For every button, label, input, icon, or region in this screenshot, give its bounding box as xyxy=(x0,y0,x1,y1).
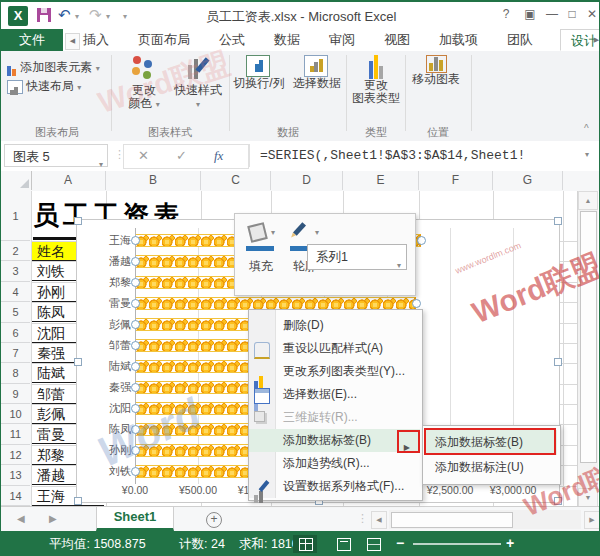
change-chart-type-button[interactable]: 更改 图表类型 xyxy=(349,55,403,105)
chart-frame-handle-icon[interactable] xyxy=(554,217,562,225)
chart-category-label[interactable]: 邹蕾 xyxy=(93,338,131,353)
column-header-D[interactable]: D xyxy=(271,171,343,190)
submenu-item[interactable]: 添加数据标注(U) xyxy=(425,455,557,480)
chart-bar[interactable] xyxy=(136,360,259,373)
chart-category-label[interactable]: 陈凤 xyxy=(93,422,131,437)
row-header-4[interactable]: 4 xyxy=(1,282,30,302)
column-header-G[interactable]: G xyxy=(493,171,563,190)
series-handle-icon[interactable] xyxy=(131,362,140,371)
chart-axis-tick-label[interactable]: ¥0.00 xyxy=(105,484,165,496)
series-handle-icon[interactable] xyxy=(131,236,140,245)
chart-axis-tick-label[interactable]: ¥500.00 xyxy=(168,484,228,496)
menu-item[interactable]: 删除(D) xyxy=(249,314,420,337)
enter-icon[interactable]: ✓ xyxy=(176,148,187,163)
scroll-up-icon[interactable]: ▲ xyxy=(578,191,598,210)
switch-row-column-button[interactable]: 切换行/列 xyxy=(232,55,286,90)
scroll-down-icon[interactable]: ▼ xyxy=(578,488,598,507)
chart-category-label[interactable]: 刘铁 xyxy=(93,464,131,479)
cancel-icon[interactable]: ✕ xyxy=(138,148,149,163)
minimize-button[interactable]: — xyxy=(542,7,562,21)
undo-dropdown-icon[interactable]: ▾ xyxy=(75,12,79,21)
row-header-5[interactable]: 5 xyxy=(1,302,30,322)
row-header-9[interactable]: 9 xyxy=(1,384,30,404)
menu-item[interactable]: 添加趋势线(R)... xyxy=(249,452,420,475)
qat-customize-icon[interactable]: ▾ xyxy=(123,12,127,21)
zoom-in-icon[interactable]: + xyxy=(506,535,514,551)
column-header-A[interactable]: A xyxy=(31,171,106,190)
column-header-C[interactable]: C xyxy=(201,171,271,190)
formula-input[interactable]: =SERIES(,Sheet1!$A$3:$A$14,Sheet1! xyxy=(249,144,590,167)
dropdown-icon[interactable]: ▾ xyxy=(397,254,401,278)
row-header-10[interactable]: 10 xyxy=(1,404,30,424)
close-button[interactable]: ✕ xyxy=(582,7,600,21)
column-header-E[interactable]: E xyxy=(343,171,419,190)
fill-button[interactable]: ▾ 填充 xyxy=(241,220,281,284)
view-page-break-button[interactable] xyxy=(361,535,385,553)
row-header-12[interactable]: 12 xyxy=(1,445,30,465)
column-header-F[interactable]: F xyxy=(419,171,493,190)
sheet-prev-icon[interactable]: ◀ xyxy=(17,513,25,524)
row-header-8[interactable]: 8 xyxy=(1,363,30,383)
vertical-scrollbar[interactable]: ▲ ▼ xyxy=(577,191,598,506)
row-header-3[interactable]: 3 xyxy=(1,261,30,281)
add-chart-element-button[interactable]: 添加图表元素 ▾ xyxy=(7,59,100,76)
chart-category-label[interactable]: 郑黎 xyxy=(93,275,131,290)
vertical-scroll-thumb[interactable] xyxy=(580,211,597,463)
series-handle-icon[interactable] xyxy=(131,404,140,413)
change-colors-button[interactable]: 更改 颜色 ▾ xyxy=(117,55,171,111)
series-handle-icon[interactable] xyxy=(131,425,140,434)
chart-frame-handle-icon[interactable] xyxy=(554,497,562,505)
menu-item[interactable]: 添加数据标签(B)▶ xyxy=(249,429,420,452)
chart-axis-tick-label[interactable]: ¥2,500.00 xyxy=(420,484,480,496)
series-handle-icon[interactable] xyxy=(131,278,140,287)
menu-item[interactable]: 重设以匹配样式(A) xyxy=(249,337,420,360)
tab-审阅[interactable]: 审阅 xyxy=(327,29,357,51)
hscroll-left-icon[interactable]: ◀ xyxy=(371,511,387,529)
series-handle-icon[interactable] xyxy=(417,236,426,245)
series-handle-icon[interactable] xyxy=(131,257,140,266)
redo-dropdown-icon[interactable]: ▾ xyxy=(106,12,110,21)
horizontal-scrollbar[interactable] xyxy=(389,510,581,529)
menu-item[interactable]: 三维旋转(R)... xyxy=(249,406,420,429)
series-handle-icon[interactable] xyxy=(131,341,140,350)
sheet-tab-sheet1[interactable]: Sheet1 xyxy=(96,507,174,531)
tab-视图[interactable]: 视图 xyxy=(382,29,412,51)
name-box[interactable]: 图表 5▾ xyxy=(4,144,108,167)
tab-团队[interactable]: 团队 xyxy=(505,29,535,51)
ribbon-display-button[interactable]: ▣ xyxy=(520,7,540,21)
row-header-1[interactable]: 1 xyxy=(1,191,30,241)
row-header-11[interactable]: 11 xyxy=(1,424,30,444)
chart-axis-tick-label[interactable]: ¥3,000.00 xyxy=(483,484,543,496)
tab-splitter[interactable]: ⋮ xyxy=(357,512,368,525)
help-button[interactable]: ? xyxy=(496,7,516,21)
column-header-B[interactable]: B xyxy=(106,171,201,190)
menu-item[interactable]: 更改系列图表类型(Y)... xyxy=(249,360,420,383)
row-header-2[interactable]: 2 xyxy=(1,241,30,261)
series-handle-icon[interactable] xyxy=(131,446,140,455)
sheet-next-icon[interactable]: ▶ xyxy=(49,513,57,524)
hscroll-right-icon[interactable]: ▶ xyxy=(584,511,600,529)
maximize-button[interactable]: □ xyxy=(562,7,582,21)
view-page-layout-button[interactable] xyxy=(331,535,355,553)
file-tab[interactable]: 文件 xyxy=(1,29,63,51)
series-handle-icon[interactable] xyxy=(131,299,140,308)
save-icon[interactable] xyxy=(37,8,51,22)
insert-function-icon[interactable]: fx xyxy=(214,148,223,164)
chart-category-label[interactable]: 潘越 xyxy=(93,254,131,269)
tab-加载项[interactable]: 加载项 xyxy=(437,29,480,51)
chart-category-label[interactable]: 沈阳 xyxy=(93,401,131,416)
chart-element-selector[interactable]: 系列1▾ xyxy=(307,244,407,270)
dropdown-icon[interactable]: ▾ xyxy=(271,228,275,237)
menu-item[interactable]: 设置数据系列格式(F)... xyxy=(249,475,420,498)
quick-styles-button[interactable]: 快速样式▾ xyxy=(171,55,225,111)
chart-category-label[interactable]: 孙刚 xyxy=(93,443,131,458)
menu-item[interactable]: 选择数据(E)... xyxy=(249,383,420,406)
row-header-13[interactable]: 13 xyxy=(1,465,30,485)
zoom-slider[interactable] xyxy=(413,543,501,545)
undo-icon[interactable]: ↶ xyxy=(58,6,71,24)
tab-数据[interactable]: 数据 xyxy=(272,29,302,51)
row-header-7[interactable]: 7 xyxy=(1,343,30,363)
chart-category-label[interactable]: 陆斌 xyxy=(93,359,131,374)
chart-frame-handle-icon[interactable] xyxy=(74,358,82,366)
horizontal-scroll-thumb[interactable] xyxy=(391,512,513,528)
